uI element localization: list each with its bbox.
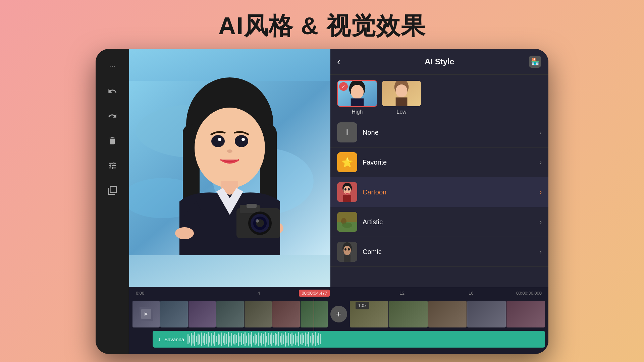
svg-point-46 (344, 248, 346, 251)
track-cell-4 (216, 301, 244, 327)
style-name-cartoon: Cartoon (363, 188, 534, 196)
comic-chevron: › (540, 248, 542, 255)
svg-point-9 (235, 135, 248, 147)
undo-icon[interactable] (105, 84, 120, 99)
adjust-icon[interactable] (105, 158, 120, 173)
track-strip-raw (350, 301, 545, 327)
store-button[interactable]: 🏪 (528, 55, 542, 68)
svg-point-10 (218, 138, 221, 141)
timeline-area: 0:00 4 00:00:04.477 12 16 00:00:36.000 (129, 287, 548, 354)
favorite-chevron: › (540, 159, 542, 166)
ruler-marker-16: 16 (469, 291, 473, 296)
style-item-comic[interactable]: Comic › (330, 237, 548, 267)
export-icon[interactable] (105, 183, 120, 198)
style-item-favorite[interactable]: ⭐ Favorite › (330, 147, 548, 177)
track-cell-r4 (467, 301, 506, 327)
audio-track: ♪ Savanna (129, 329, 548, 349)
svg-point-45 (343, 246, 351, 255)
video-canvas (129, 49, 330, 287)
track-cell-r3 (428, 301, 467, 327)
svg-point-26 (351, 85, 364, 99)
top-section: ‹ AI Style 🏪 (129, 49, 548, 287)
playhead-time: 00:00:04.477 (299, 290, 330, 297)
more-icon[interactable]: ··· (105, 59, 120, 74)
svg-rect-22 (247, 204, 257, 208)
quality-high-label: High (352, 109, 363, 115)
style-name-comic: Comic (363, 248, 534, 256)
track-cell-2 (160, 301, 187, 327)
timeline-ruler: 0:00 4 00:00:04.477 12 16 00:00:36.000 (129, 287, 548, 299)
artistic-chevron: › (540, 219, 542, 226)
style-thumb-cartoon (337, 182, 357, 202)
delete-icon[interactable] (105, 133, 120, 148)
style-item-none[interactable]: I None › (330, 118, 548, 147)
svg-point-8 (211, 135, 225, 147)
quality-low-image (382, 81, 421, 106)
timeline-playhead (314, 299, 314, 329)
svg-point-35 (344, 188, 346, 191)
svg-point-47 (348, 248, 350, 251)
svg-rect-31 (396, 98, 408, 107)
ai-style-panel: ‹ AI Style 🏪 (330, 49, 548, 287)
svg-rect-48 (344, 255, 351, 262)
style-item-cartoon[interactable]: Cartoon › (330, 177, 548, 207)
back-button[interactable]: ‹ (337, 56, 351, 67)
style-name-none: None (363, 129, 534, 136)
style-name-favorite: Favorite (363, 159, 534, 166)
audio-playhead (314, 329, 314, 349)
quality-high[interactable]: ✓ High (337, 80, 377, 115)
selected-check: ✓ (339, 82, 348, 91)
track-cell-6 (272, 301, 300, 327)
device-frame: ··· (96, 49, 548, 354)
audio-name: Savanna (164, 337, 184, 342)
svg-point-30 (396, 84, 408, 98)
style-thumb-artistic (337, 212, 357, 232)
none-chevron: › (540, 129, 542, 136)
waveform (187, 332, 540, 347)
cartoon-chevron: › (540, 189, 542, 196)
svg-point-23 (175, 227, 194, 239)
svg-point-42 (342, 223, 352, 228)
video-track: + 1.0x (129, 299, 548, 329)
style-thumb-none: I (337, 122, 357, 142)
style-list: I None › ⭐ Favorite › (330, 118, 548, 287)
audio-strip[interactable]: ♪ Savanna (153, 331, 545, 348)
ruler-marker-12: 12 (400, 291, 405, 296)
store-icon-shape: 🏪 (529, 56, 541, 68)
left-sidebar: ··· (96, 49, 129, 354)
svg-point-36 (348, 188, 350, 191)
track-cell-3 (189, 301, 216, 327)
svg-point-12 (227, 149, 232, 153)
panel-title: AI Style (351, 57, 528, 66)
video-preview (129, 49, 330, 287)
style-thumb-favorite: ⭐ (337, 152, 357, 172)
svg-point-7 (195, 108, 265, 188)
style-item-artistic[interactable]: Artistic › (330, 207, 548, 237)
page-title: AI风格 & 视觉效果 (218, 0, 426, 49)
quality-high-thumb[interactable]: ✓ (337, 80, 377, 107)
none-icon: I (346, 128, 348, 137)
track-cell-r2 (389, 301, 428, 327)
panel-header: ‹ AI Style 🏪 (330, 49, 548, 75)
quality-low-thumb[interactable] (381, 80, 422, 107)
svg-point-11 (241, 138, 245, 141)
track-cell-5 (245, 301, 272, 327)
style-name-artistic: Artistic (363, 218, 534, 226)
track-cell-1 (132, 301, 160, 327)
track-cell-r5 (506, 301, 545, 327)
quality-low-label: Low (396, 109, 406, 115)
svg-rect-27 (351, 99, 364, 107)
quality-row: ✓ High (330, 75, 548, 118)
audio-icon: ♪ (158, 336, 161, 343)
redo-icon[interactable] (105, 109, 120, 123)
svg-point-21 (256, 219, 259, 223)
track-strip (132, 301, 328, 327)
main-area: ‹ AI Style 🏪 (129, 49, 548, 354)
quality-low[interactable]: Low (381, 80, 422, 115)
speed-badge: 1.0x (356, 302, 369, 309)
ruler-marker-4: 4 (258, 291, 260, 296)
ruler-time-end: 00:00:36.000 (516, 291, 542, 296)
add-clip-button[interactable]: + (330, 306, 347, 322)
svg-rect-37 (343, 195, 351, 202)
ruler-time-start: 0:00 (136, 291, 144, 296)
